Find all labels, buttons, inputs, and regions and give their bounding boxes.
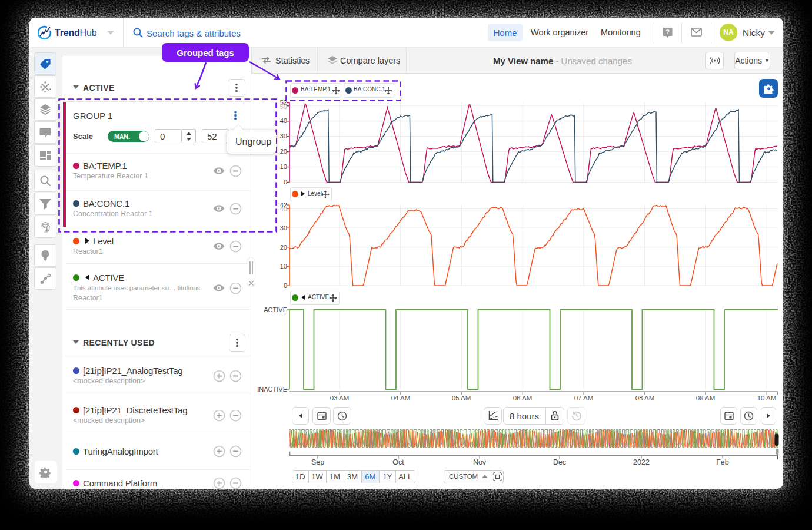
svg-text:ACTIVE: ACTIVE [264, 306, 287, 313]
svg-text:06 AM: 06 AM [513, 395, 533, 402]
svg-text:0: 0 [284, 282, 287, 289]
svg-text:INACTIVE: INACTIVE [257, 386, 287, 393]
svg-text:?: ? [665, 28, 670, 35]
svg-text:30: 30 [280, 224, 287, 231]
svg-text:09 AM: 09 AM [696, 395, 716, 402]
svg-text:Oct: Oct [392, 458, 404, 466]
svg-text:10 AM: 10 AM [757, 395, 777, 402]
svg-text:10: 10 [280, 263, 287, 270]
svg-text:40: 40 [280, 117, 287, 124]
svg-text:Feb: Feb [716, 458, 729, 466]
svg-text:20: 20 [280, 244, 287, 251]
svg-text:40: 40 [280, 206, 287, 213]
svg-text:50: 50 [280, 103, 287, 110]
svg-text:08 AM: 08 AM [635, 395, 655, 402]
svg-text:03 AM: 03 AM [330, 395, 350, 402]
svg-text:Dec: Dec [553, 458, 566, 466]
svg-text:07 AM: 07 AM [574, 395, 594, 402]
svg-text:10: 10 [280, 163, 287, 170]
svg-text:05 AM: 05 AM [452, 395, 471, 402]
svg-text:0: 0 [284, 178, 287, 186]
svg-text:Sep: Sep [311, 458, 324, 466]
svg-text:2022: 2022 [633, 458, 650, 466]
svg-text:20: 20 [280, 148, 287, 155]
svg-text:30: 30 [280, 132, 287, 140]
svg-text:04 AM: 04 AM [391, 395, 411, 402]
svg-text:Nov: Nov [473, 458, 487, 466]
